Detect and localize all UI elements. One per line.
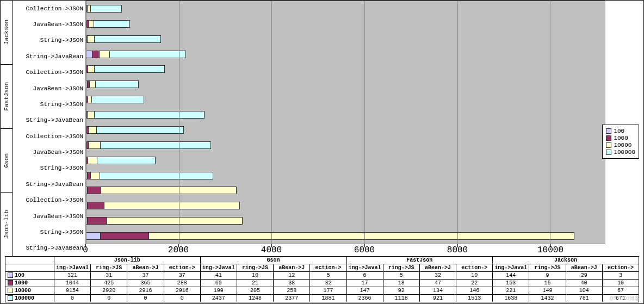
bar-segment	[89, 20, 94, 28]
th-op: aBean->J	[566, 264, 602, 272]
bar-segment	[90, 80, 96, 88]
table-cell: 153	[493, 280, 529, 287]
bar-segment	[101, 187, 237, 194]
table-cell: 22	[456, 280, 493, 287]
table-row: 1000104442536528860213832171847221531640…	[5, 280, 639, 287]
th-op: ring->JS	[383, 264, 419, 272]
table-cell: 147	[346, 287, 383, 295]
bar-segment	[88, 96, 92, 103]
table-cell: 2916	[127, 287, 164, 295]
plot-wrap: 020004000600080001000012000	[85, 1, 643, 256]
gridline	[86, 1, 86, 244]
th-op: ing->Javal	[493, 264, 529, 272]
gridline	[179, 1, 179, 244]
table-row: 1000000000243712482377188123661118921151…	[5, 295, 639, 302]
th-op: ing->Javal	[54, 264, 91, 272]
y-category-label: Collection->JSON	[13, 128, 85, 144]
th-op: aBean->J	[127, 264, 164, 272]
th-op: ection->	[456, 264, 493, 272]
table-cell: 2366	[346, 295, 383, 302]
table-cell: 425	[91, 280, 127, 287]
bar-segment	[100, 172, 213, 179]
table-cell: 199	[200, 287, 237, 295]
legend-swatch-10000	[606, 142, 611, 148]
bar-segment	[89, 141, 101, 149]
bar-segment	[94, 20, 131, 28]
gridline	[271, 1, 272, 244]
table-cell: 0	[164, 295, 200, 302]
table-cell: 5	[310, 272, 346, 280]
plot-area	[85, 1, 643, 244]
table-cell: 18	[383, 280, 419, 287]
table-cell: 6	[346, 272, 383, 280]
table-cell: 921	[419, 295, 456, 302]
table-cell: 2377	[274, 295, 310, 302]
row-header: 1000	[5, 280, 54, 287]
chart-area: Jackson FastJson Gson Json-lib Collectio…	[1, 1, 643, 256]
bar-segment	[86, 232, 101, 240]
table-cell: 1044	[54, 280, 91, 287]
y-category-label: JavaBean->JSON	[13, 80, 85, 96]
y-category-label: String->JavaBean	[13, 240, 85, 256]
table-cell: 29	[566, 272, 602, 280]
y-group-jsonlib: Json-lib	[3, 210, 10, 239]
bar-segment	[96, 80, 139, 88]
row-swatch	[8, 288, 13, 293]
watermark: @51CTO博客	[610, 295, 640, 302]
table-cell: 37	[127, 272, 164, 280]
y-axis-group-labels: Jackson FastJson Gson Json-lib	[1, 1, 13, 256]
table-cell: 1432	[529, 295, 566, 302]
bar-segment	[89, 126, 97, 134]
gridline	[364, 1, 365, 244]
legend-label-100: 100	[614, 128, 624, 134]
bar-segment	[100, 51, 110, 58]
x-axis: 020004000600080001000012000	[85, 244, 643, 256]
table-cell: 3	[602, 272, 639, 280]
th-jsonlib: Json-lib	[54, 257, 201, 264]
y-group-fastjson: FastJson	[3, 82, 10, 111]
bar-segment	[88, 217, 107, 225]
legend-swatch-1000	[606, 135, 611, 141]
gridline	[550, 1, 550, 244]
th-op: ing->Javal	[200, 264, 237, 272]
table-cell: 17	[346, 280, 383, 287]
table-cell: 32	[310, 280, 346, 287]
bar-segment	[95, 111, 205, 119]
table-cell: 21	[237, 280, 273, 287]
bar-segment	[97, 157, 155, 164]
table-body: 1003213137374110125653210144929310001044…	[5, 272, 639, 302]
bar-segment	[91, 172, 100, 179]
th-op: ection->	[310, 264, 346, 272]
table-cell: 149	[529, 287, 566, 295]
th-op: aBean->J	[419, 264, 456, 272]
table-cell: 288	[164, 280, 200, 287]
table-cell: 41	[200, 272, 237, 280]
bar-segment	[88, 65, 95, 73]
th-op: ring->JS	[91, 264, 127, 272]
bar-segment	[101, 232, 149, 240]
table-cell: 31	[91, 272, 127, 280]
th-op: ring->JS	[237, 264, 273, 272]
table-cell: 2437	[200, 295, 237, 302]
bar-segment	[104, 202, 240, 209]
table-header-libs: Json-lib Gson FastJson Jackson	[5, 257, 639, 264]
gridline	[457, 1, 458, 244]
table-cell: 205	[237, 287, 273, 295]
table-cell: 16	[529, 280, 566, 287]
legend-label-10000: 10000	[614, 142, 631, 148]
bar-segment	[86, 51, 92, 58]
bar-segment	[110, 51, 186, 58]
bar-segment	[91, 5, 122, 13]
bar-segment	[95, 35, 161, 43]
row-swatch	[8, 272, 13, 278]
bar-segment	[88, 111, 95, 119]
x-tick-label: 8000	[447, 245, 468, 255]
th-op: ection->	[164, 264, 200, 272]
y-group-jackson: Jackson	[3, 20, 10, 45]
data-table: Json-lib Gson FastJson Jackson ing->Java…	[5, 256, 639, 302]
row-header: 100	[5, 272, 54, 280]
table-cell: 321	[54, 272, 91, 280]
row-swatch	[8, 295, 13, 301]
bar-segment	[97, 126, 184, 134]
y-category-label: Collection->JSON	[13, 193, 85, 208]
